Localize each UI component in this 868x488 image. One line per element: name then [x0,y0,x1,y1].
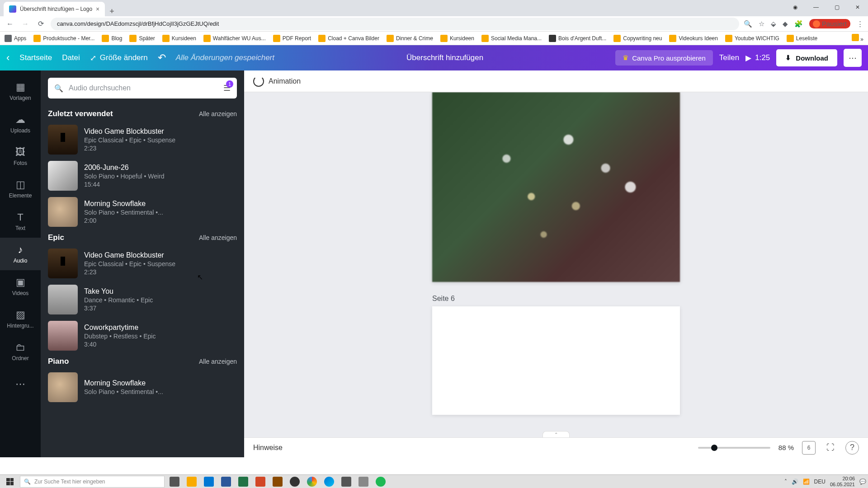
address-bar[interactable]: canva.com/design/DAEdomzscjl/drBfjHdCojI… [51,18,739,30]
back-icon[interactable]: ← [5,19,15,29]
fullscreen-icon[interactable]: ⛶ [824,441,837,455]
menu-icon[interactable]: ⋮ [857,20,863,28]
file-menu[interactable]: Datei [62,53,80,62]
powerpoint-icon[interactable] [252,475,269,488]
rail-photos[interactable]: 🖼Fotos [0,140,41,173]
chrome-icon[interactable] [304,475,320,488]
show-all-link[interactable]: Alle anzeigen [199,234,237,241]
audio-track[interactable]: Video Game BlockbusterEpic Classical • E… [48,249,237,278]
zoom-slider[interactable] [698,447,770,449]
play-button[interactable]: ▶1:25 [745,53,770,63]
bookmark-item[interactable]: Dinner & Crime [387,35,433,42]
tray-chevron-icon[interactable]: ˄ [784,479,787,485]
notifications-icon[interactable]: 💬 [859,479,866,485]
profile-badge[interactable]: Pausiert [809,19,850,28]
bookmark-item[interactable]: Videokurs Ideen [669,35,718,42]
play-icon: ▶ [745,53,751,63]
audio-track[interactable]: Morning SnowflakeSolo Piano • Sentimenta… [48,197,237,227]
extensions-puzzle-icon[interactable]: 🧩 [794,20,803,28]
bookmark-item[interactable]: Produktsuche - Mer... [33,35,94,42]
volume-icon[interactable]: 🔊 [792,479,798,485]
zoom-icon[interactable]: 🔍 [744,20,752,28]
extension-icon-2[interactable]: ◆ [783,20,788,28]
bookmark-item[interactable]: Copywriting neu [613,35,662,42]
filter-icon[interactable]: ☰1 [223,83,231,93]
page-6-canvas[interactable] [432,306,680,415]
mail-icon[interactable] [201,475,217,488]
search-input[interactable] [69,84,218,92]
bookmark-item[interactable]: Blog [102,35,122,42]
close-window-icon[interactable]: ✕ [847,0,868,14]
audio-search[interactable]: 🔍 ☰1 [48,78,237,99]
undo-icon[interactable]: ↶ [158,52,166,64]
rail-elements[interactable]: ◫Elemente [0,173,41,205]
rail-videos[interactable]: ▣Videos [0,270,41,303]
design-title[interactable]: Überschrift hinzufügen [406,53,483,62]
spotify-icon[interactable] [373,475,389,488]
show-all-link[interactable]: Alle anzeigen [199,358,237,365]
timeline-toggle[interactable]: ⌃ [542,431,570,437]
new-tab-button[interactable]: + [105,7,119,16]
bookmark-item[interactable]: Cload + Canva Bilder [318,35,379,42]
resize-button[interactable]: ⤢Größe ändern [90,53,148,63]
explorer-icon[interactable] [184,475,200,488]
bookmark-item[interactable]: Youtube WICHTIG [725,35,779,42]
extension-icon[interactable]: ⬙ [771,20,776,28]
app-icon-2[interactable] [338,475,354,488]
word-icon[interactable] [218,475,234,488]
rail-text[interactable]: TText [0,205,41,238]
app-icon-3[interactable] [355,475,372,488]
edge-icon[interactable] [321,475,337,488]
animation-button[interactable]: Animation [269,77,301,85]
bookmark-item[interactable]: Wahlfächer WU Aus... [203,35,266,42]
start-button[interactable] [2,475,18,488]
audio-track[interactable]: 2006-June-26Solo Piano • Hopeful • Weird… [48,161,237,191]
account-icon[interactable]: ◉ [785,0,806,14]
audio-track[interactable]: Video Game BlockbusterEpic Classical • E… [48,125,237,155]
rail-templates[interactable]: ▦Vorlagen [0,75,41,108]
maximize-icon[interactable]: ▢ [826,0,847,14]
rail-background[interactable]: ▨Hintergru... [0,303,41,335]
bookmark-star-icon[interactable]: ☆ [759,20,764,28]
show-all-link[interactable]: Alle anzeigen [199,110,237,117]
excel-icon[interactable] [235,475,251,488]
home-button[interactable]: Startseite [19,53,52,62]
download-button[interactable]: ⬇Download [776,49,837,66]
share-button[interactable]: Teilen [719,53,739,62]
obs-icon[interactable] [287,475,303,488]
app-icon[interactable] [269,475,286,488]
rail-more[interactable]: ⋯ [0,368,41,400]
bookmark-item[interactable]: Bois d'Argent Duft... [549,35,606,42]
bookmarks-overflow[interactable]: » [852,34,863,42]
page-5-canvas[interactable] [432,92,680,282]
reload-icon[interactable]: ⟳ [35,19,46,29]
wifi-icon[interactable]: 📶 [803,479,810,485]
bookmark-item[interactable]: Kursideen [440,35,474,42]
help-icon[interactable]: ? [845,441,859,455]
back-arrow-icon[interactable]: ‹ [6,52,9,64]
more-menu-button[interactable]: ⋯ [844,49,862,67]
forward-icon[interactable]: → [20,19,31,29]
grid-view-button[interactable]: 6 [802,441,816,455]
close-tab-icon[interactable]: × [96,5,99,13]
audio-track[interactable]: Morning SnowflakeSolo Piano • Sentimenta… [48,372,237,402]
bookmark-item[interactable]: Später [129,35,155,42]
bookmark-item[interactable]: Leseliste [787,35,817,42]
language-indicator[interactable]: DEU [814,479,826,485]
try-pro-button[interactable]: ♛Canva Pro ausprobieren [615,50,713,66]
rail-folders[interactable]: 🗀Ordner [0,335,41,368]
browser-tab[interactable]: Überschrift hinzufügen – Logo × [4,2,105,16]
task-view-icon[interactable] [166,475,183,488]
taskbar-search[interactable]: 🔍Zur Suche Text hier eingeben [20,476,165,488]
clock[interactable]: 20:0606.05.2021 [830,476,855,487]
bookmark-item[interactable]: Social Media Mana... [481,35,542,42]
audio-track[interactable]: CoworkpartytimeDubstep • Restless • Epic… [48,321,237,351]
bookmark-item[interactable]: Kursideen [162,35,196,42]
audio-track[interactable]: Take YouDance • Romantic • Epic3:37 [48,285,237,314]
notes-button[interactable]: Hinweise [253,444,283,452]
rail-audio[interactable]: ♪Audio [0,238,41,270]
bookmark-item[interactable]: PDF Report [273,35,311,42]
minimize-icon[interactable]: — [806,0,826,14]
bookmark-apps[interactable]: Apps [5,35,26,42]
rail-uploads[interactable]: ☁Uploads [0,108,41,140]
